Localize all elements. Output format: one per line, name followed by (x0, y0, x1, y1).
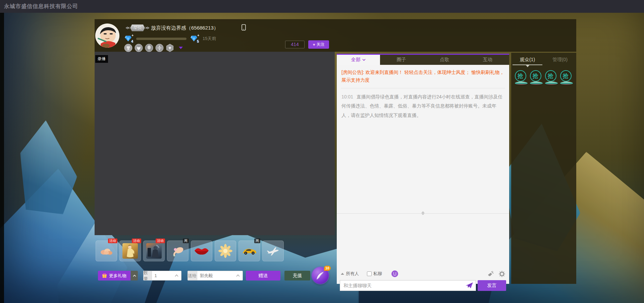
gift-slot-airplane[interactable] (262, 241, 284, 261)
gift-slot-sports-car[interactable]: 周 (238, 241, 260, 261)
chat-message-area: [房间公告]: 欢迎来到直播间！ 轻轻点击关注，体现绅士风度； 愉快刷刷礼物，展… (337, 65, 509, 284)
golden-flower-gift-icon (218, 244, 232, 258)
fan-badge: 星悦 (125, 25, 150, 31)
grab-redpacket-button[interactable]: 抢 (545, 70, 558, 86)
message-timestamp: 10:01 (341, 94, 353, 99)
gift-slot-fairy[interactable]: 活动 (119, 241, 141, 261)
avatar-cartoon (95, 24, 119, 48)
quick-send-button[interactable] (465, 282, 473, 289)
gift-slot-red-lips[interactable] (191, 241, 212, 261)
gear-icon[interactable] (499, 271, 505, 277)
chevron-down-icon (362, 59, 366, 61)
heart-icon: ♥ (313, 42, 315, 47)
window-titlebar: 永城市盛信信息科技有限公司 (0, 0, 644, 13)
tab-viewers[interactable]: 观众(1) (511, 53, 544, 65)
private-chat-toggle[interactable]: 私聊 (367, 271, 382, 277)
room-announcement: [房间公告]: 欢迎来到直播间！ 轻轻点击关注，体现绅士风度； 愉快刷刷礼物，展… (337, 65, 509, 87)
fairy-gift-icon (122, 243, 138, 259)
mobile-phone-icon (241, 24, 246, 31)
active-tab-pointer-icon (526, 65, 529, 67)
compass-medal-icon (155, 44, 164, 52)
quantity-input[interactable] (152, 271, 175, 280)
smiley-icon (391, 270, 398, 277)
saucer-icon (545, 82, 558, 85)
feather-count-badge: 10 (324, 266, 331, 271)
message-input-wrap (340, 280, 476, 291)
follow-button[interactable]: ♥ 关注 (308, 40, 329, 49)
tab-all[interactable]: 全部 (337, 55, 380, 65)
gift-slot-warrior-card[interactable]: 活动 (143, 241, 165, 261)
paper-plane-icon (465, 282, 473, 289)
audience-scope-selector[interactable]: 所有人 (341, 271, 359, 277)
fan-badge-label: 星悦 (130, 25, 145, 31)
gift-slot-hand-bracelet[interactable]: 周 (167, 241, 189, 261)
give-gift-button[interactable]: 赠送 (246, 271, 280, 280)
grab-label: 抢 (545, 70, 556, 82)
level-row: + 4 + 5 15天前 (124, 35, 216, 42)
feather-icon (315, 270, 326, 280)
grab-redpacket-button[interactable]: 抢 (530, 70, 543, 86)
caret-up-icon (341, 273, 344, 275)
tab-circle[interactable]: 圈子 (380, 55, 423, 65)
gem-level-icon: + 4 (124, 35, 133, 42)
grab-redpacket-button[interactable]: 抢 (560, 70, 573, 86)
badge-wing-right-icon (145, 26, 150, 30)
streamer-name: 放弃没有边界感（65686213） (151, 25, 219, 31)
gem-level-left: 4 (131, 39, 133, 43)
heart-shield-medal-icon (166, 44, 174, 52)
popularity-count: 414 (285, 41, 305, 48)
quantity-caret[interactable] (175, 271, 181, 280)
chat-toolbar-right (487, 271, 505, 277)
announcement-text: 欢迎来到直播间！ 轻轻点击关注，体现绅士风度； 愉快刷刷礼物，展示支持力度 (341, 70, 504, 83)
grab-label: 抢 (530, 70, 541, 82)
gift-box-icon (102, 273, 107, 278)
record-badge: 录播 (95, 55, 108, 63)
recharge-button[interactable]: 充值 (284, 271, 310, 280)
send-message-button[interactable]: 发言 (478, 280, 506, 291)
level-progress-bar (136, 38, 186, 40)
grab-redpacket-button[interactable]: 抢 (515, 70, 528, 86)
video-player[interactable]: 录播 (95, 52, 335, 235)
clean-screen-broom-icon[interactable] (487, 271, 494, 277)
chat-input-row: 发言 (340, 280, 506, 291)
free-gift-feather-button[interactable]: 10 (312, 267, 329, 284)
gift-slot-cloud[interactable]: 活动 (96, 241, 117, 261)
cloud-gift-icon (99, 246, 113, 256)
gem-level-right: 5 (197, 39, 199, 43)
chat-message-input[interactable] (340, 280, 476, 291)
tab-admins[interactable]: 管理(0) (544, 53, 576, 65)
system-message: 10:01 直播间倡导绿色直播，对直播内容进行24小时在线巡查，直播间涉及任何传… (337, 88, 509, 124)
send-to-caret[interactable] (236, 271, 243, 280)
chevron-up-icon (175, 274, 178, 277)
red-packet-row: 抢 抢 抢 抢 (511, 70, 576, 86)
gift-slot-golden-flower[interactable] (215, 241, 236, 261)
chat-splitter[interactable] (337, 213, 509, 214)
grab-label: 抢 (560, 70, 572, 82)
window-title: 永城市盛信信息科技有限公司 (4, 3, 78, 10)
more-gifts-button[interactable]: 更多礼物 (98, 271, 138, 280)
tab-interaction[interactable]: 互动 (466, 55, 509, 65)
sports-car-gift-icon (241, 246, 257, 256)
gem-level-icon: + 5 (190, 35, 199, 42)
collar-medal-icon (135, 44, 143, 52)
live-room-page: 永城市盛信信息科技有限公司 (0, 0, 644, 303)
send-to-input[interactable] (197, 271, 236, 280)
gift-badge: 周 (183, 239, 189, 243)
quantity-label: 数量 (144, 271, 152, 280)
splitter-handle-icon[interactable] (421, 211, 425, 215)
more-gifts-caret[interactable] (131, 271, 138, 280)
viewers-tabs: 观众(1) 管理(0) (511, 53, 576, 65)
private-chat-checkbox[interactable] (367, 271, 372, 276)
private-chat-label: 私聊 (373, 271, 382, 277)
streamer-avatar[interactable] (95, 24, 119, 48)
send-to-group: 送给 (187, 271, 243, 280)
tab-song-request[interactable]: 点歌 (423, 55, 466, 65)
follow-label: 关注 (317, 42, 325, 47)
medal-expand-caret[interactable] (179, 47, 183, 49)
gift-badge: 活动 (156, 239, 165, 243)
emoji-button[interactable] (391, 270, 398, 277)
saucer-icon (515, 82, 528, 85)
balloon-medal-icon (145, 44, 153, 52)
quantity-group: 数量 (143, 271, 181, 280)
chevron-up-icon (133, 275, 136, 277)
